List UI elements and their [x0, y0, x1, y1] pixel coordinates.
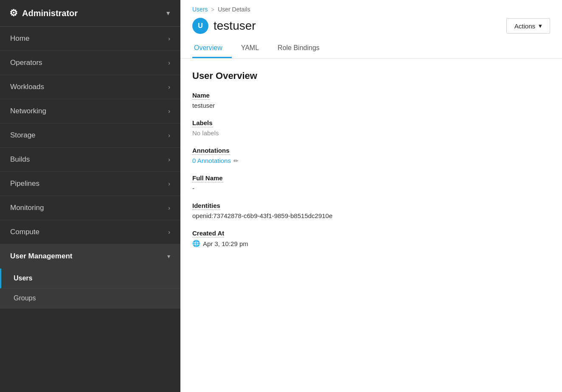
field-label-labels: Labels	[192, 119, 213, 127]
tab-role-bindings[interactable]: Role Bindings	[276, 40, 329, 58]
edit-icon[interactable]: ✏	[233, 157, 239, 164]
sidebar-nav: Home › Operators › Workloads › Networkin…	[0, 27, 180, 392]
tab-yaml-label: YAML	[241, 44, 259, 51]
sidebar-groups-label: Groups	[14, 294, 36, 302]
field-group-created-at: Created At 🌐 Apr 3, 10:29 pm	[192, 230, 550, 247]
field-value-full-name: -	[192, 185, 550, 192]
sidebar-item-users[interactable]: Users	[0, 269, 180, 288]
page-title: testuser	[214, 19, 256, 33]
avatar-letter: U	[198, 22, 203, 30]
page-title-left: U testuser	[192, 18, 256, 34]
field-label-annotations: Annotations	[192, 147, 230, 155]
field-value-annotations[interactable]: 0 Annotations ✏	[192, 157, 550, 164]
field-label-name: Name	[192, 92, 210, 100]
gear-icon: ⚙	[9, 8, 18, 19]
tab-role-bindings-label: Role Bindings	[278, 44, 320, 51]
sidebar-item-monitoring[interactable]: Monitoring ›	[0, 196, 180, 220]
page-title-row: U testuser Actions ▾	[192, 18, 550, 34]
nav-label-operators: Operators	[10, 59, 42, 67]
nav-arrow-builds: ›	[168, 156, 170, 163]
main-content: Users > User Details U testuser Actions …	[180, 0, 562, 392]
sidebar-item-networking[interactable]: Networking ›	[0, 99, 180, 123]
globe-icon: 🌐	[192, 240, 200, 247]
field-value-name: testuser	[192, 102, 550, 109]
nav-arrow-pipelines: ›	[168, 180, 170, 187]
nav-arrow-storage: ›	[168, 132, 170, 139]
sidebar-item-groups[interactable]: Groups	[0, 288, 180, 308]
breadcrumb: Users > User Details	[192, 6, 550, 13]
nav-label-storage: Storage	[10, 131, 36, 140]
field-value-created-at: 🌐 Apr 3, 10:29 pm	[192, 240, 550, 247]
field-label-full-name: Full Name	[192, 174, 223, 182]
sidebar-item-compute[interactable]: Compute ›	[0, 220, 180, 244]
field-label-identities: Identities	[192, 202, 220, 210]
nav-label-builds: Builds	[10, 155, 30, 164]
content-body: User Overview Name testuser Labels No la…	[180, 59, 562, 269]
nav-label-monitoring: Monitoring	[10, 204, 44, 212]
sidebar-item-pipelines[interactable]: Pipelines ›	[0, 172, 180, 196]
field-label-created-at: Created At	[192, 230, 224, 238]
sidebar-item-builds[interactable]: Builds ›	[0, 148, 180, 172]
nav-arrow-home: ›	[168, 35, 170, 42]
field-group-full-name: Full Name -	[192, 174, 550, 192]
actions-dropdown-arrow: ▾	[539, 22, 542, 30]
nav-arrow-compute: ›	[168, 229, 170, 235]
breadcrumb-separator: >	[211, 6, 215, 13]
user-management-arrow: ▾	[167, 253, 170, 260]
field-group-annotations: Annotations 0 Annotations ✏	[192, 147, 550, 164]
nav-label-user-management: User Management	[10, 252, 72, 260]
sidebar-header-arrow: ▼	[165, 10, 171, 17]
annotations-link-text[interactable]: 0 Annotations	[192, 157, 231, 164]
sidebar-item-user-management[interactable]: User Management ▾	[0, 244, 180, 269]
sidebar-item-operators[interactable]: Operators ›	[0, 51, 180, 75]
tab-overview[interactable]: Overview	[192, 40, 232, 58]
nav-label-workloads: Workloads	[10, 83, 44, 91]
sidebar-item-workloads[interactable]: Workloads ›	[0, 75, 180, 99]
actions-button[interactable]: Actions ▾	[506, 18, 550, 34]
breadcrumb-users-link[interactable]: Users	[192, 6, 208, 13]
tab-overview-label: Overview	[194, 44, 222, 51]
nav-label-home: Home	[10, 34, 29, 43]
tab-yaml[interactable]: YAML	[239, 40, 268, 58]
nav-arrow-operators: ›	[168, 59, 170, 66]
created-at-value: Apr 3, 10:29 pm	[203, 240, 248, 247]
actions-label: Actions	[514, 22, 535, 30]
sidebar-item-storage[interactable]: Storage ›	[0, 123, 180, 148]
nav-label-compute: Compute	[10, 228, 39, 236]
avatar: U	[192, 18, 208, 34]
sidebar-users-label: Users	[14, 274, 32, 282]
sidebar-title: Administrator	[22, 8, 78, 18]
field-value-identities: openid:73742878-c6b9-43f1-9859-b8515dc29…	[192, 212, 550, 219]
field-group-labels: Labels No labels	[192, 119, 550, 137]
field-value-labels: No labels	[192, 129, 550, 137]
sidebar-header[interactable]: ⚙ Administrator ▼	[0, 0, 180, 27]
breadcrumb-current: User Details	[218, 6, 250, 13]
tabs: Overview YAML Role Bindings	[192, 40, 550, 58]
nav-label-networking: Networking	[10, 107, 46, 115]
field-group-name: Name testuser	[192, 92, 550, 109]
nav-arrow-monitoring: ›	[168, 204, 170, 211]
main-header: Users > User Details U testuser Actions …	[180, 0, 562, 59]
nav-arrow-networking: ›	[168, 108, 170, 115]
sidebar-item-home[interactable]: Home ›	[0, 27, 180, 51]
field-group-identities: Identities openid:73742878-c6b9-43f1-985…	[192, 202, 550, 219]
nav-arrow-workloads: ›	[168, 84, 170, 90]
nav-label-pipelines: Pipelines	[10, 179, 39, 188]
section-title: User Overview	[192, 70, 550, 81]
sidebar: ⚙ Administrator ▼ Home › Operators › Wor…	[0, 0, 180, 392]
user-management-section: Users Groups	[0, 269, 180, 308]
